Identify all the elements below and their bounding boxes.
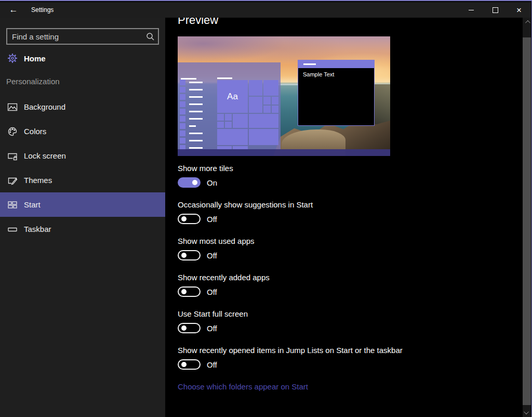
search-box: [6, 28, 159, 45]
preview-tile: [272, 106, 278, 113]
taskbar-preview: [178, 149, 390, 156]
preview-tile: [217, 122, 224, 128]
search-icon[interactable]: [142, 32, 158, 41]
gear-icon: [7, 53, 18, 63]
colors-icon: [7, 126, 18, 137]
sample-window-preview: Sample Text: [298, 60, 375, 126]
window-title: Settings: [31, 2, 54, 18]
setting-most-used-apps: Show most used apps Off: [178, 236, 469, 260]
preview-tile: [249, 129, 278, 145]
main-content: Preview: [165, 18, 523, 417]
scroll-up-button[interactable]: [523, 18, 531, 27]
sidebar: Home Personalization Background Colors: [0, 18, 165, 417]
toggle-state-label: Off: [207, 324, 217, 333]
preview-tile: [225, 114, 232, 121]
setting-label: Show recently added apps: [178, 272, 469, 283]
minimize-icon: [469, 10, 474, 10]
sample-window-titlebar: [298, 60, 374, 68]
sidebar-item-colors[interactable]: Colors: [0, 119, 165, 144]
close-icon: ×: [516, 6, 522, 15]
setting-label: Show more tiles: [178, 163, 469, 174]
toggle-knob: [181, 325, 187, 331]
preview-tile: [272, 97, 278, 105]
scrollbar-thumb[interactable]: [523, 37, 531, 405]
sidebar-item-label: Themes: [24, 176, 52, 185]
sidebar-item-background[interactable]: Background: [0, 95, 165, 119]
preview-tile: [263, 80, 278, 96]
preview-tile: [233, 114, 248, 128]
toggle-knob: [181, 253, 187, 258]
preview-tile: [217, 129, 248, 145]
sidebar-item-start[interactable]: Start: [0, 192, 165, 217]
toggle-state-label: Off: [207, 288, 217, 296]
themes-icon: [7, 175, 18, 186]
search-input[interactable]: [7, 32, 142, 41]
sidebar-item-label: Start: [24, 200, 41, 209]
preview-tile: [217, 114, 224, 121]
setting-label: Show most used apps: [178, 236, 469, 246]
window-controls: ×: [459, 2, 531, 18]
sidebar-item-label: Lock screen: [24, 151, 66, 160]
setting-label: Occasionally show suggestions in Start: [178, 200, 469, 210]
choose-folders-link[interactable]: Choose which folders appear on Start: [178, 382, 469, 392]
preview-tile: [263, 97, 271, 105]
toggle-state-label: On: [207, 178, 217, 187]
taskbar-icon: [7, 224, 18, 234]
toggle-state-label: Off: [207, 251, 217, 260]
setting-recently-added-apps: Show recently added apps Off: [178, 272, 469, 297]
sidebar-item-home-label: Home: [24, 54, 46, 63]
scroll-down-button[interactable]: [523, 408, 531, 417]
back-button[interactable]: ←: [4, 2, 23, 18]
sidebar-item-home[interactable]: Home: [0, 48, 165, 69]
toggle-knob: [181, 216, 187, 221]
toggle-knob: [192, 180, 197, 185]
preview-tile: [249, 97, 262, 113]
setting-label: Show recently opened items in Jump Lists…: [178, 345, 469, 356]
vertical-scrollbar[interactable]: [523, 18, 531, 417]
sidebar-nav: Background Colors Lock screen Themes: [0, 95, 165, 241]
maximize-icon: [493, 7, 498, 13]
tile-group-bar: [217, 77, 232, 79]
setting-start-full-screen: Use Start full screen Off: [178, 309, 469, 333]
background-icon: [7, 102, 18, 112]
close-button[interactable]: ×: [507, 2, 531, 18]
preview-tile-aa: Aa: [217, 80, 248, 113]
preview-tile: [263, 106, 271, 113]
most-used-apps-toggle[interactable]: [178, 250, 201, 260]
sidebar-item-themes[interactable]: Themes: [0, 168, 165, 192]
start-menu-preview: Aa: [178, 62, 281, 149]
settings-window: ← Settings ×: [0, 0, 532, 417]
sidebar-item-label: Background: [24, 102, 65, 111]
start-preview-image: Aa: [178, 36, 390, 156]
toggle-state-label: Off: [207, 360, 217, 369]
preview-tile: [249, 80, 262, 96]
sidebar-item-label: Colors: [24, 127, 46, 136]
chevron-up-icon: [525, 20, 530, 25]
setting-label: Use Start full screen: [178, 309, 469, 319]
preview-tile: [249, 114, 278, 128]
minimize-button[interactable]: [459, 2, 483, 18]
setting-show-more-tiles: Show more tiles On: [178, 163, 469, 188]
back-arrow-icon: ←: [9, 5, 18, 15]
sample-window-title-bar-dash: [303, 63, 316, 65]
maximize-button[interactable]: [483, 2, 507, 18]
chevron-down-icon: [524, 409, 529, 414]
recently-added-apps-toggle[interactable]: [178, 286, 201, 297]
sidebar-item-label: Taskbar: [24, 225, 51, 233]
lock-screen-icon: [7, 151, 18, 161]
setting-jump-lists: Show recently opened items in Jump Lists…: [178, 345, 469, 370]
suggestions-toggle[interactable]: [178, 214, 201, 224]
toggle-knob: [181, 289, 187, 294]
start-full-screen-toggle[interactable]: [178, 323, 201, 333]
sidebar-item-taskbar[interactable]: Taskbar: [0, 217, 165, 241]
jump-lists-toggle[interactable]: [178, 359, 201, 370]
app-list-preview: [180, 80, 203, 151]
page-title: Preview: [178, 18, 218, 27]
toggle-state-label: Off: [207, 215, 217, 224]
start-icon: [7, 200, 18, 210]
show-more-tiles-toggle[interactable]: [178, 177, 201, 188]
sidebar-section-label: Personalization: [6, 77, 60, 86]
setting-suggestions: Occasionally show suggestions in Start O…: [178, 200, 469, 224]
sidebar-item-lock-screen[interactable]: Lock screen: [0, 144, 165, 168]
sample-text: Sample Text: [298, 68, 374, 77]
